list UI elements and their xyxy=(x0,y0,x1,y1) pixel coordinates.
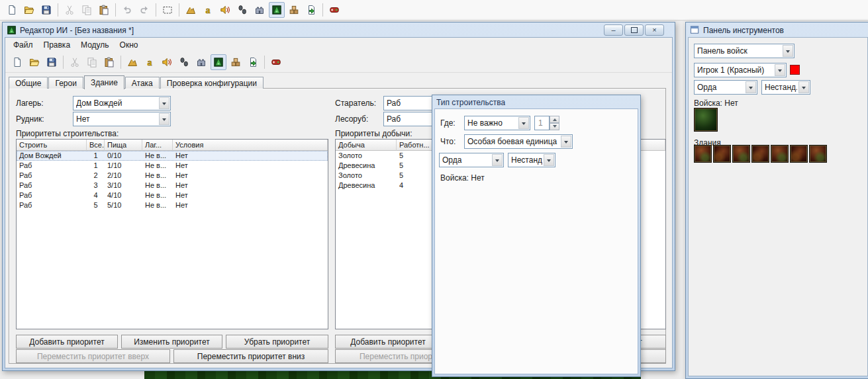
paste-button[interactable] xyxy=(101,54,117,70)
object-manager-button[interactable] xyxy=(228,54,244,70)
tab-building[interactable]: Здание xyxy=(84,75,124,89)
building-icon[interactable] xyxy=(751,145,769,163)
move-priority-up-button[interactable]: Переместить приоритет вверх xyxy=(16,349,170,363)
building-icon[interactable] xyxy=(713,145,731,163)
sound-editor-button[interactable] xyxy=(217,2,233,18)
mine-combobox[interactable]: Нет xyxy=(73,112,171,126)
sound-editor-button[interactable] xyxy=(159,54,175,70)
list-row[interactable]: Раб22/10Не в...Нет xyxy=(17,171,328,181)
campaign-editor-button[interactable] xyxy=(252,2,267,18)
building-icon[interactable] xyxy=(732,145,750,163)
tab-test-config[interactable]: Проверка конфигурации xyxy=(160,77,264,89)
chevron-down-icon[interactable] xyxy=(798,81,809,93)
menu-module[interactable]: Модуль xyxy=(75,38,115,52)
list-row[interactable]: Дом Вождей10/10Не в...Нет xyxy=(17,151,328,161)
close-button[interactable]: × xyxy=(645,24,664,36)
open-folder-button[interactable] xyxy=(26,54,42,70)
paste-button[interactable] xyxy=(96,2,112,18)
building-icon[interactable] xyxy=(694,145,712,163)
chevron-down-icon[interactable] xyxy=(746,81,756,93)
ai-editor-button[interactable] xyxy=(211,54,226,70)
object-manager-button[interactable] xyxy=(286,2,302,18)
palette-select-combobox[interactable]: Панель войск xyxy=(694,44,795,58)
import-manager-button[interactable] xyxy=(245,54,261,70)
palette-custom-combobox[interactable]: Нестанд. xyxy=(761,80,810,95)
column-header[interactable]: Добыча xyxy=(336,140,397,151)
test-map-button[interactable] xyxy=(268,54,284,70)
copy-button[interactable] xyxy=(79,2,95,18)
list-row[interactable]: Раб11/10Не в...Нет xyxy=(17,161,328,171)
chevron-down-icon[interactable] xyxy=(518,117,529,129)
palette-race-combobox[interactable]: Орда xyxy=(694,80,757,95)
building-icon[interactable] xyxy=(790,145,808,163)
import-manager-button[interactable] xyxy=(303,2,319,18)
list-row[interactable]: Раб55/10Не в...Нет xyxy=(17,200,328,210)
dialog-titlebar[interactable]: Тип строительства xyxy=(432,95,640,108)
list-row[interactable]: Раб33/10Не в...Нет xyxy=(17,181,328,190)
spin-up-button[interactable] xyxy=(550,116,559,123)
campaign-editor-button[interactable] xyxy=(193,54,209,70)
ai-editor-button[interactable] xyxy=(269,2,285,18)
tab-attack[interactable]: Атака xyxy=(125,77,160,89)
player-combobox[interactable]: Игрок 1 (Красный) xyxy=(694,63,787,77)
chevron-down-icon[interactable] xyxy=(775,64,785,76)
save-button[interactable] xyxy=(44,54,60,70)
marquee-select-icon xyxy=(162,5,173,15)
test-map-button[interactable] xyxy=(326,2,342,18)
list-row[interactable]: Раб44/10Не в...Нет xyxy=(17,190,328,200)
palette-titlebar[interactable]: Панель инструментов xyxy=(686,22,868,37)
chevron-down-icon[interactable] xyxy=(783,45,793,57)
edit-priority-button[interactable]: Изменить приоритет xyxy=(121,335,222,349)
menu-window[interactable]: Окно xyxy=(115,38,144,52)
copy-button[interactable] xyxy=(84,54,100,70)
where-combobox[interactable]: Не важно xyxy=(464,116,530,130)
add-priority-button[interactable]: Добавить приоритет xyxy=(16,335,118,349)
building-icon[interactable] xyxy=(771,145,789,163)
column-header[interactable]: Лаг... xyxy=(142,140,173,151)
tab-general[interactable]: Общие xyxy=(9,77,48,89)
tab-heroes[interactable]: Герои xyxy=(48,77,83,89)
terrain-editor-button[interactable] xyxy=(183,2,199,18)
marquee-select-button[interactable] xyxy=(160,2,175,18)
object-editor-button[interactable] xyxy=(176,54,192,70)
column-header[interactable]: Строить xyxy=(17,140,87,151)
trigger-editor-button[interactable]: a xyxy=(200,2,216,18)
terrain-editor-button[interactable] xyxy=(124,54,140,70)
column-header[interactable]: Все... xyxy=(87,140,105,151)
maximize-icon xyxy=(631,27,638,33)
chevron-down-icon[interactable] xyxy=(492,154,503,166)
undo-button[interactable] xyxy=(119,2,135,18)
chevron-down-icon[interactable] xyxy=(561,136,571,147)
move-priority-down-button[interactable]: Переместить приоритет вниз xyxy=(173,349,328,363)
build-priorities-list[interactable]: СтроитьВсе...ПищаЛаг...УсловияДом Вождей… xyxy=(16,139,328,329)
trigger-editor-button[interactable]: a xyxy=(142,54,158,70)
spin-down-button[interactable] xyxy=(550,123,559,130)
dialog-race-combobox[interactable]: Орда xyxy=(439,153,504,167)
unit-icon[interactable] xyxy=(694,108,718,132)
building-icon[interactable] xyxy=(809,145,827,163)
count-field[interactable]: 1 xyxy=(534,116,550,130)
menu-edit[interactable]: Правка xyxy=(38,38,76,52)
menu-file[interactable]: Файл xyxy=(8,38,38,52)
camp-combobox[interactable]: Дом Вождей xyxy=(73,96,171,110)
cut-button[interactable] xyxy=(62,2,77,18)
column-header[interactable]: Условия xyxy=(173,140,328,151)
new-document-button[interactable] xyxy=(4,2,20,18)
open-folder-button[interactable] xyxy=(21,2,37,18)
new-document-button[interactable] xyxy=(9,54,25,70)
column-header[interactable]: Пища xyxy=(105,140,142,151)
chevron-down-icon[interactable] xyxy=(159,97,169,109)
harvest-add-priority-button[interactable]: Добавить приоритет xyxy=(335,335,441,349)
redo-button[interactable] xyxy=(136,2,152,18)
chevron-down-icon[interactable] xyxy=(159,113,169,125)
cut-button[interactable] xyxy=(67,54,83,70)
object-editor-button[interactable] xyxy=(234,2,250,18)
dialog-custom-combobox[interactable]: Нестанд. xyxy=(508,153,555,167)
save-button[interactable] xyxy=(38,2,54,18)
chevron-down-icon[interactable] xyxy=(544,154,554,166)
minimize-button[interactable]: – xyxy=(604,24,623,36)
maximize-button[interactable] xyxy=(624,24,644,36)
remove-priority-button[interactable]: Убрать приоритет xyxy=(226,335,328,349)
what-combobox[interactable]: Особая боевая единица xyxy=(464,134,573,149)
ai-editor-titlebar[interactable]: Редактор ИИ - [Без названия *] – × xyxy=(3,22,675,37)
